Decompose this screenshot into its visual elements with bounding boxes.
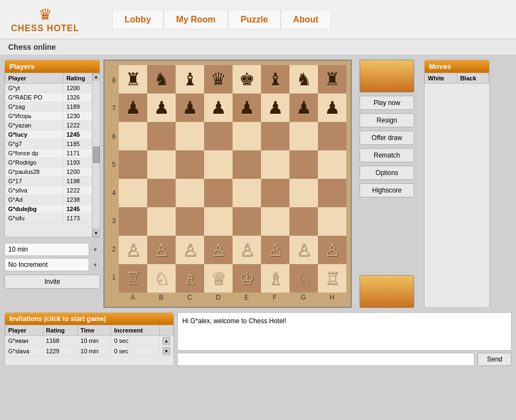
scroll-down-btn[interactable]: ▼ — [92, 229, 100, 237]
board-cell[interactable]: ♟ — [204, 94, 233, 122]
board-cell[interactable]: ♙ — [204, 236, 233, 264]
board-cell[interactable]: ♗ — [176, 264, 204, 293]
board-cell[interactable] — [176, 122, 204, 150]
board-cell[interactable]: ♘ — [147, 264, 176, 293]
board-cell[interactable] — [318, 207, 346, 236]
board-cell[interactable] — [119, 122, 147, 150]
increment-select[interactable]: No Increment1 sec2 sec5 sec — [4, 258, 89, 271]
rematch-button[interactable]: Rematch — [360, 148, 414, 162]
board-cell[interactable]: ♟ — [261, 94, 289, 122]
board-cell[interactable]: ♗ — [261, 264, 289, 293]
board-cell[interactable]: ♟ — [147, 94, 176, 122]
players-scrollbar[interactable]: ▲ ▼ — [92, 73, 100, 237]
board-cell[interactable]: ♚ — [233, 65, 261, 94]
board-cell[interactable]: ♝ — [176, 65, 204, 94]
board-cell[interactable]: ♕ — [204, 264, 233, 293]
invite-button[interactable]: Invite — [4, 275, 100, 289]
board-cell[interactable]: ♙ — [176, 236, 204, 264]
offer-draw-button[interactable]: Offer draw — [360, 131, 414, 145]
table-row[interactable]: G*sifu1173 — [5, 214, 100, 223]
table-row[interactable]: G*Rodrigo1193 — [5, 158, 100, 167]
board-cell[interactable] — [233, 179, 261, 207]
board-cell[interactable] — [289, 179, 318, 207]
board-cell[interactable] — [233, 150, 261, 179]
board-cell[interactable]: ♙ — [147, 236, 176, 264]
board-cell[interactable] — [119, 150, 147, 179]
board-cell[interactable] — [261, 150, 289, 179]
board-cell[interactable]: ♙ — [289, 236, 318, 264]
board-cell[interactable] — [289, 122, 318, 150]
board-cell[interactable] — [147, 179, 176, 207]
nav-item-myroom[interactable]: My Room — [164, 10, 228, 30]
invitation-row[interactable]: G*slava122910 min0 sec▼ — [5, 346, 173, 357]
board-cell[interactable] — [204, 207, 233, 236]
board-cell[interactable] — [147, 207, 176, 236]
board-cell[interactable] — [261, 122, 289, 150]
play-now-button[interactable]: Play now — [360, 96, 414, 110]
invitation-row[interactable]: G*иван116810 min0 sec▲ — [5, 336, 173, 346]
board-cell[interactable]: ♟ — [318, 94, 346, 122]
chess-board[interactable]: ♜♞♝♛♚♝♞♜♟♟♟♟♟♟♟♟♙♙♙♙♙♙♙♙♖♘♗♕♔♗♘♖ — [119, 65, 346, 293]
board-cell[interactable] — [204, 179, 233, 207]
board-cell[interactable] — [204, 150, 233, 179]
board-cell[interactable] — [318, 122, 346, 150]
scroll-thumb[interactable] — [93, 147, 100, 163]
board-cell[interactable] — [233, 207, 261, 236]
table-row[interactable]: G*fonce dp1171 — [5, 149, 100, 158]
board-cell[interactable] — [147, 122, 176, 150]
inv-scroll-cell[interactable]: ▼ — [160, 346, 173, 357]
board-cell[interactable]: ♟ — [233, 94, 261, 122]
table-row[interactable]: G*silva1222 — [5, 186, 100, 195]
board-cell[interactable]: ♛ — [204, 65, 233, 94]
board-cell[interactable] — [119, 207, 147, 236]
scroll-up-btn[interactable]: ▲ — [92, 73, 100, 80]
board-cell[interactable] — [261, 179, 289, 207]
send-button[interactable]: Send — [478, 353, 512, 366]
board-cell[interactable] — [119, 179, 147, 207]
board-cell[interactable]: ♖ — [119, 264, 147, 293]
table-row[interactable]: G*yt1200 — [5, 84, 100, 93]
board-cell[interactable] — [233, 122, 261, 150]
inv-scroll-cell[interactable]: ▲ — [160, 336, 173, 346]
board-cell[interactable]: ♟ — [176, 94, 204, 122]
board-cell[interactable] — [261, 207, 289, 236]
board-cell[interactable]: ♟ — [119, 94, 147, 122]
board-cell[interactable] — [176, 207, 204, 236]
board-cell[interactable]: ♖ — [318, 264, 346, 293]
board-cell[interactable]: ♔ — [233, 264, 261, 293]
table-row[interactable]: G*Ad1238 — [5, 195, 100, 205]
table-row[interactable]: G*171198 — [5, 177, 100, 186]
table-row[interactable]: G*yazan1222 — [5, 121, 100, 130]
board-cell[interactable]: ♝ — [261, 65, 289, 94]
board-cell[interactable]: ♜ — [119, 65, 147, 94]
board-cell[interactable]: ♙ — [261, 236, 289, 264]
board-cell[interactable]: ♘ — [289, 264, 318, 293]
board-cell[interactable] — [318, 179, 346, 207]
chat-input[interactable] — [177, 353, 474, 366]
board-cell[interactable] — [289, 150, 318, 179]
time-select[interactable]: 10 min5 min15 min30 min1 min3 min — [4, 243, 89, 256]
table-row[interactable]: G*Игорь1230 — [5, 112, 100, 121]
nav-item-lobby[interactable]: Lobby — [112, 10, 164, 30]
table-row[interactable]: G*RADE PO1326 — [5, 93, 100, 102]
options-button[interactable]: Options — [360, 166, 414, 180]
highscore-button[interactable]: Highscore — [360, 183, 414, 197]
board-cell[interactable]: ♜ — [318, 65, 346, 94]
table-row[interactable]: G*lucy1245 — [5, 130, 100, 139]
board-cell[interactable]: ♞ — [289, 65, 318, 94]
board-cell[interactable]: ♞ — [147, 65, 176, 94]
nav-item-puzzle[interactable]: Puzzle — [228, 10, 281, 30]
table-row[interactable]: G*g71185 — [5, 139, 100, 149]
board-cell[interactable]: ♟ — [289, 94, 318, 122]
board-cell[interactable]: ♙ — [318, 236, 346, 264]
board-cell[interactable]: ♙ — [119, 236, 147, 264]
board-cell[interactable] — [204, 122, 233, 150]
board-cell[interactable] — [318, 150, 346, 179]
board-cell[interactable] — [176, 150, 204, 179]
resign-button[interactable]: Resign — [360, 113, 414, 127]
board-cell[interactable]: ♙ — [233, 236, 261, 264]
board-cell[interactable] — [289, 207, 318, 236]
nav-item-about[interactable]: About — [281, 10, 331, 30]
table-row[interactable]: G*dulejbg1245 — [5, 205, 100, 214]
table-row[interactable]: G*paulus281200 — [5, 167, 100, 177]
